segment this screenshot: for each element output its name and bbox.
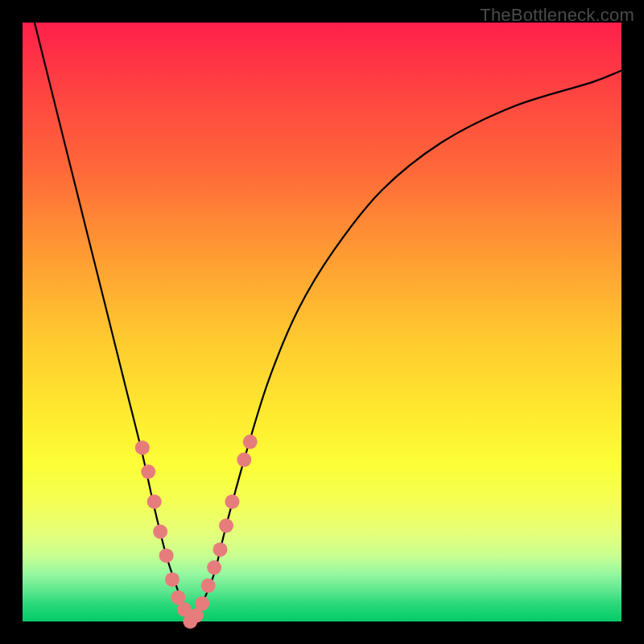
marker-dot xyxy=(201,578,216,592)
watermark-text: TheBottleneck.com xyxy=(480,5,634,26)
marker-dot xyxy=(159,548,174,563)
marker-dot xyxy=(195,597,209,611)
marker-dot xyxy=(207,560,221,575)
marker-dot xyxy=(243,435,258,449)
chart-frame: TheBottleneck.com xyxy=(0,0,644,644)
marker-dot xyxy=(225,494,239,509)
marker-dot xyxy=(213,543,228,557)
marker-dot xyxy=(153,524,167,539)
marker-dot xyxy=(147,494,162,509)
marker-dot xyxy=(165,572,180,587)
bottleneck-curve xyxy=(35,23,621,621)
marker-dot xyxy=(237,452,251,467)
marker-layer xyxy=(135,435,258,629)
marker-dot xyxy=(219,518,233,533)
marker-dot xyxy=(135,440,150,455)
marker-dot xyxy=(141,464,155,479)
curve-layer xyxy=(35,23,621,621)
plot-area xyxy=(23,23,621,621)
chart-svg xyxy=(23,23,621,621)
